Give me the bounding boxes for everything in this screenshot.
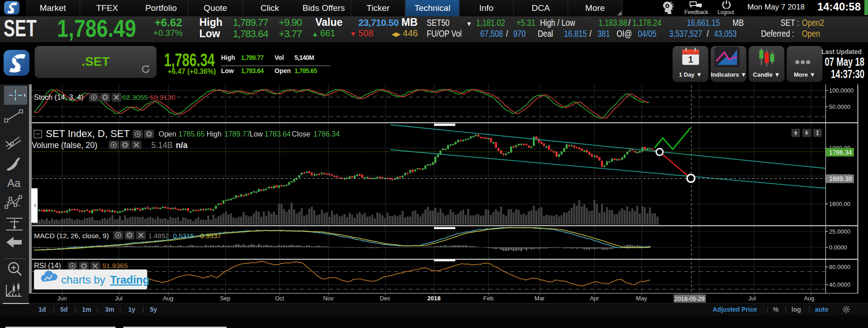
svg-text:1689.38: 1689.38 [829, 175, 852, 182]
svg-text:60.9130: 60.9130 [150, 93, 175, 101]
svg-text:1786.34: 1786.34 [829, 149, 852, 156]
svg-text:51.9365: 51.9365 [102, 262, 128, 269]
svg-text:1600.00: 1600.00 [829, 201, 850, 207]
svg-text:0.5315: 0.5315 [173, 232, 194, 240]
svg-text:n/a: n/a [176, 141, 188, 150]
svg-text:RSI (14): RSI (14) [34, 262, 61, 269]
svg-text:62.3055: 62.3055 [122, 93, 148, 101]
svg-text:2018-05-29: 2018-05-29 [675, 295, 705, 302]
svg-text:Close: Close [292, 130, 310, 138]
svg-text:50.0000: 50.0000 [829, 103, 850, 110]
svg-text:40.0000: 40.0000 [829, 281, 850, 288]
svg-text:Trading: Trading [110, 274, 149, 286]
svg-text:High: High [207, 130, 222, 138]
svg-text:5.14B: 5.14B [151, 141, 173, 150]
svg-text:-0.9537: -0.9537 [198, 232, 221, 240]
svg-text:80.0000: 80.0000 [829, 264, 850, 270]
svg-text:1789.77: 1789.77 [224, 130, 251, 138]
svg-text:1786.34: 1786.34 [313, 130, 340, 138]
svg-text:25.0000: 25.0000 [829, 228, 850, 235]
svg-text:Stoch (14, 3, 4): Stoch (14, 3, 4) [34, 93, 83, 101]
svg-text:1785.65: 1785.65 [178, 130, 205, 138]
svg-text:Open: Open [159, 130, 176, 138]
svg-text:MACD (12, 26, close, 9): MACD (12, 26, close, 9) [34, 232, 109, 240]
svg-text:Volume (false, 20): Volume (false, 20) [32, 141, 97, 150]
svg-text:1783.64: 1783.64 [265, 130, 291, 138]
svg-text:Low: Low [250, 130, 263, 138]
svg-text:SET Index, D, SET: SET Index, D, SET [46, 128, 130, 139]
svg-text:0.0000: 0.0000 [829, 244, 847, 251]
svg-text:100.0000: 100.0000 [829, 87, 854, 94]
svg-text:charts by: charts by [61, 274, 105, 286]
svg-text:1.4852: 1.4852 [148, 232, 169, 240]
